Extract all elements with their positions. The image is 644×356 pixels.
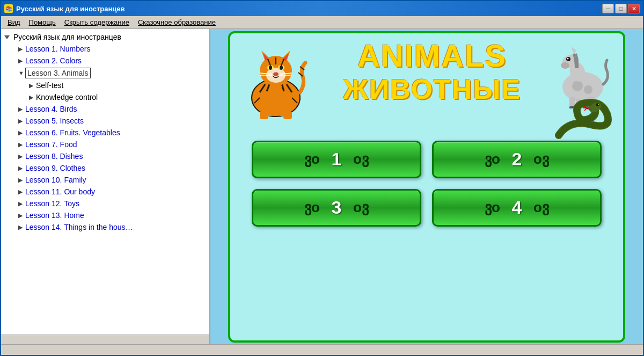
app-icon: 📚 xyxy=(4,4,13,13)
btn2-number: 2 xyxy=(509,149,525,170)
lesson3-label: Lesson 3. Animals xyxy=(25,68,91,78)
root-label: Русский язык для иностранцев xyxy=(12,32,123,42)
main-window: 📚 Русский язык для иностранцев ─ □ ✕ Вид… xyxy=(0,0,644,356)
arrow-icon: ▶ xyxy=(29,94,33,101)
main-panel: ANIMALS ЖИВОТНЫЕ xyxy=(210,29,643,344)
menu-vid[interactable]: Вид xyxy=(3,17,25,27)
sidebar-item-lesson4[interactable]: ▶ Lesson 4. Birds xyxy=(1,103,209,115)
sidebar-item-lesson3[interactable]: ▼ Lesson 3. Animals xyxy=(1,67,209,79)
sidebar-item-lesson12[interactable]: ▶ Lesson 12. Toys xyxy=(1,198,209,209)
btn3-ornament-left: ვo xyxy=(304,199,320,216)
snake-image xyxy=(548,92,612,135)
lesson14-label: Lesson 14. Things in the hous… xyxy=(24,222,135,232)
lesson2-label: Lesson 2. Colors xyxy=(24,56,83,66)
sidebar-item-lesson10[interactable]: ▶ Lesson 10. Family xyxy=(1,174,209,186)
svg-marker-41 xyxy=(571,47,576,54)
arrow-icon: ▶ xyxy=(18,129,23,136)
lesson11-label: Lesson 11. Our body xyxy=(24,187,97,197)
svg-point-51 xyxy=(596,103,599,106)
sidebar-item-lesson9[interactable]: ▶ Lesson 9. Clothes xyxy=(1,162,209,174)
sidebar-item-lesson7[interactable]: ▶ Lesson 7. Food xyxy=(1,139,209,150)
lesson-card: ANIMALS ЖИВОТНЫЕ xyxy=(228,31,625,343)
svg-rect-29 xyxy=(279,108,287,116)
arrow-icon: ▶ xyxy=(18,106,23,113)
arrow-icon: ▶ xyxy=(29,82,33,89)
arrow-icon: ▼ xyxy=(18,70,24,76)
sidebar-item-lesson6[interactable]: ▶ Lesson 6. Fruits. Vegetables xyxy=(1,127,209,139)
sidebar-item-lesson2[interactable]: ▶ Lesson 2. Colors xyxy=(1,55,209,67)
sidebar-scroll[interactable]: Русский язык для иностранцев ▶ Lesson 1.… xyxy=(1,29,209,335)
minimize-button[interactable]: ─ xyxy=(602,4,614,13)
lesson8-label: Lesson 8. Dishes xyxy=(24,151,84,161)
arrow-icon: ▶ xyxy=(18,165,23,172)
sidebar-item-lesson5[interactable]: ▶ Lesson 5. Insects xyxy=(1,115,209,127)
root-expand-icon xyxy=(4,35,10,39)
lesson-button-3[interactable]: ვo 3 oვ xyxy=(252,189,421,227)
menu-bar: Вид Помощь Скрыть содержание Сказочное о… xyxy=(1,16,643,29)
lesson9-label: Lesson 9. Clothes xyxy=(24,163,87,173)
btn2-ornament-left: ვo xyxy=(485,151,500,168)
btn3-ornament-right: oვ xyxy=(353,199,369,216)
svg-point-18 xyxy=(273,72,279,76)
svg-point-37 xyxy=(561,62,569,69)
tiger-image xyxy=(241,39,311,119)
sidebar-item-lesson13[interactable]: ▶ Lesson 13. Home xyxy=(1,209,209,221)
svg-point-39 xyxy=(567,57,569,59)
window-controls: ─ □ ✕ xyxy=(602,4,640,13)
lesson4-label: Lesson 4. Birds xyxy=(24,104,79,114)
title-block: ANIMALS ЖИВОТНЫЕ xyxy=(311,39,553,106)
lesson-button-2[interactable]: ვo 2 oვ xyxy=(432,141,602,178)
svg-point-33 xyxy=(572,81,583,91)
arrow-icon: ▶ xyxy=(18,212,23,219)
sidebar-item-knowledge-control[interactable]: ▶ Knowledge control xyxy=(1,91,209,103)
button-3-inner: ვo 3 oვ xyxy=(304,197,369,218)
sidebar-item-self-test[interactable]: ▶ Self-test xyxy=(1,79,209,91)
close-button[interactable]: ✕ xyxy=(628,4,640,13)
arrow-icon: ▶ xyxy=(18,188,23,195)
button-4-inner: ვo 4 oვ xyxy=(485,197,549,218)
menu-fairy[interactable]: Сказочное образование xyxy=(134,17,220,27)
arrow-icon: ▶ xyxy=(18,57,23,64)
btn4-ornament-left: ვo xyxy=(485,199,500,216)
svg-rect-28 xyxy=(265,108,273,116)
button-1-inner: ვo 1 oვ xyxy=(304,149,369,170)
btn1-ornament-left: ვo xyxy=(304,151,320,168)
lesson10-label: Lesson 10. Family xyxy=(24,175,88,185)
lesson-button-1[interactable]: ვo 1 oვ xyxy=(252,141,421,178)
lesson6-label: Lesson 6. Fruits. Vegetables xyxy=(24,128,122,137)
lesson5-label: Lesson 5. Insects xyxy=(24,116,85,126)
btn1-number: 1 xyxy=(328,149,345,170)
menu-help[interactable]: Помощь xyxy=(25,17,60,27)
content-area: Русский язык для иностранцев ▶ Lesson 1.… xyxy=(1,29,643,344)
title-animals: ANIMALS xyxy=(357,39,507,73)
status-bar xyxy=(1,344,643,355)
arrow-icon: ▶ xyxy=(18,200,23,207)
btn4-number: 4 xyxy=(509,197,525,218)
svg-point-17 xyxy=(280,66,283,70)
sidebar-item-lesson1[interactable]: ▶ Lesson 1. Numbers xyxy=(1,43,209,55)
sidebar-item-lesson11[interactable]: ▶ Lesson 11. Our body xyxy=(1,186,209,198)
btn3-number: 3 xyxy=(328,197,345,218)
btn4-ornament-right: oვ xyxy=(533,199,549,216)
lesson1-label: Lesson 1. Numbers xyxy=(24,44,92,54)
svg-point-52 xyxy=(598,104,599,105)
sidebar-item-lesson14[interactable]: ▶ Lesson 14. Things in the hous… xyxy=(1,221,209,233)
arrow-icon: ▶ xyxy=(18,177,23,184)
buttons-section: ვo 1 oვ ვo 2 oვ ვo xyxy=(241,141,612,227)
sidebar-item-lesson8[interactable]: ▶ Lesson 8. Dishes xyxy=(1,150,209,162)
lesson-button-4[interactable]: ვo 4 oვ xyxy=(432,189,602,227)
window-title: Русский язык для иностранцев xyxy=(16,5,602,13)
arrow-icon: ▶ xyxy=(18,118,23,125)
maximize-button[interactable]: □ xyxy=(615,4,627,13)
sidebar-horizontal-scrollbar[interactable] xyxy=(1,335,209,344)
button-2-inner: ვo 2 oვ xyxy=(485,149,549,170)
arrow-icon: ▶ xyxy=(18,153,23,160)
card-header: ANIMALS ЖИВОТНЫЕ xyxy=(241,39,612,125)
arrow-icon: ▶ xyxy=(18,46,23,53)
tree-root[interactable]: Русский язык для иностранцев xyxy=(1,31,209,43)
btn2-ornament-right: oვ xyxy=(533,151,549,168)
arrow-icon: ▶ xyxy=(18,224,23,231)
menu-hide-content[interactable]: Скрыть содержание xyxy=(60,17,134,27)
self-test-label: Self-test xyxy=(34,81,65,90)
btn1-ornament-right: oვ xyxy=(353,151,369,168)
